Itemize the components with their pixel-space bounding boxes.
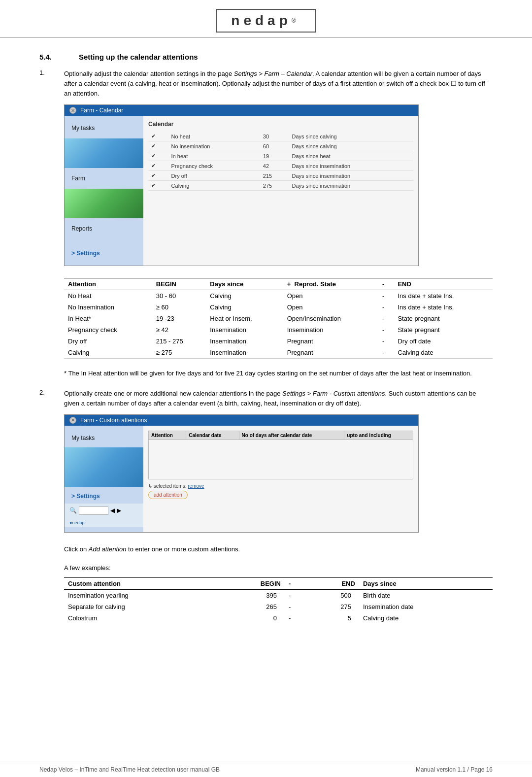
cell-reprod: Open	[283, 290, 378, 302]
calendar-label: Calendar	[148, 121, 413, 128]
cell-reprod: Pregnant	[283, 347, 378, 359]
sidebar-item-reports[interactable]: Reports	[65, 221, 143, 236]
cell-attention: Calving	[64, 347, 152, 359]
sidebar-item-settings[interactable]: > Settings	[65, 246, 143, 261]
add-attention-btn[interactable]: add attention	[148, 491, 188, 499]
screenshot2-titlebar: ✕ Farm - Custom attentions	[65, 415, 418, 426]
cell-days-since: Insemination	[206, 336, 283, 347]
cell-begin: 30 - 60	[152, 290, 206, 302]
ex-dash: -	[285, 612, 307, 624]
table-row: ✔ Dry off 215 Days since insemination	[148, 171, 413, 181]
screenshot2-box: ✕ Farm - Custom attentions My tasks > Se…	[64, 414, 419, 533]
footer: Nedap Velos – InTime and RealTime Heat d…	[0, 762, 532, 777]
close-button2[interactable]: ✕	[69, 417, 76, 424]
sidebar2-settings[interactable]: > Settings	[65, 489, 143, 504]
table-row: In Heat* 19 -23 Heat or Insem. Open/Inse…	[64, 313, 493, 324]
ex-begin: 395	[220, 589, 285, 601]
table-row: No Insemination ≥ 60 Calving Open - Ins …	[64, 302, 493, 313]
cal-days: 19	[260, 151, 289, 161]
cell-end: Dry off date	[394, 336, 493, 347]
close-button[interactable]: ✕	[69, 107, 76, 114]
ex-end: 275	[307, 601, 359, 612]
cell-dash: -	[378, 336, 394, 347]
sidebar-image-green	[65, 189, 143, 218]
company-tag: ●nedap	[69, 520, 84, 525]
nav-prev-icon[interactable]: ◀	[110, 507, 115, 514]
ex-attention: Colostrum	[64, 612, 220, 624]
sidebar-image-sky	[65, 138, 143, 168]
screenshot1-body: My tasks Farm Reports > Settings Calenda…	[65, 116, 418, 266]
cal-days: 42	[260, 161, 289, 171]
step1-number: 1.	[39, 69, 64, 99]
search-bar: 🔍 ◀ ▶	[65, 504, 143, 518]
click-note: Click on Add attention to enter one or m…	[64, 544, 493, 554]
sidebar-panel2: My tasks > Settings 🔍 ◀ ▶ ●ne	[65, 426, 143, 532]
remove-link[interactable]: remove	[188, 483, 204, 489]
sidebar-panel1: My tasks Farm Reports > Settings	[65, 116, 143, 266]
examples-table-section: Custom attention BEGIN - END Days since …	[64, 577, 493, 624]
click-note-italic: Add attention	[89, 545, 127, 553]
examples-header-row: Custom attention BEGIN - END Days since	[64, 577, 493, 589]
col-days-since: Days since	[206, 278, 283, 290]
cal-check: ✔	[148, 171, 168, 181]
step1-content: 1. Optionally adjust the calendar attent…	[39, 69, 493, 99]
custom-attentions-table: Attention Calendar date No of days after…	[148, 431, 413, 479]
cal-label: Calving	[168, 181, 260, 191]
screenshot2-wrapper: ✕ Farm - Custom attentions My tasks > Se…	[64, 414, 493, 533]
cell-reprod: Pregnant	[283, 336, 378, 347]
sidebar-item-mytasks[interactable]: My tasks	[65, 121, 143, 135]
step1-text: Optionally adjust the calendar attention…	[64, 69, 493, 99]
ex-attention: Separate for calving	[64, 601, 220, 612]
search-icon: 🔍	[69, 507, 77, 514]
cell-dash: -	[378, 290, 394, 302]
click-note-post: to enter one or more custom attentions.	[126, 545, 240, 553]
cal-days: 30	[260, 132, 289, 141]
content-panel2: Attention Calendar date No of days after…	[143, 426, 418, 532]
ex-days: Insemination date	[359, 601, 493, 612]
cell-begin: ≥ 60	[152, 302, 206, 313]
cal-label: Dry off	[168, 171, 260, 181]
calendar-table: ✔ No heat 30 Days since calving ✔ No ins…	[148, 132, 413, 191]
table-row: Dry off 215 - 275 Insemination Pregnant …	[64, 336, 493, 347]
col-reprod: + Reprod. State	[283, 278, 378, 290]
search-input[interactable]	[79, 507, 108, 515]
table-row: ✔ Pregnancy check 42 Days since insemina…	[148, 161, 413, 171]
cell-attention: No Heat	[64, 290, 152, 302]
sidebar2-image	[65, 447, 143, 487]
cell-end: Ins date + state Ins.	[394, 302, 493, 313]
step2-text: Optionally create one or more additional…	[64, 389, 493, 408]
ex-end: 5	[307, 612, 359, 624]
screenshot1-titlebar: ✕ Farm - Calendar	[65, 105, 418, 116]
sidebar2-mytasks[interactable]: My tasks	[65, 431, 143, 445]
ex-row: Insemination yearling 395 - 500 Birth da…	[64, 589, 493, 601]
ex-col-days: Days since	[359, 577, 493, 589]
ex-end: 500	[307, 589, 359, 601]
section-number: 5.4.	[39, 53, 64, 61]
ex-begin: 0	[220, 612, 285, 624]
table-row: ✔ No insemination 60 Days since calving	[148, 141, 413, 151]
screenshot1-wrapper: ✕ Farm - Calendar My tasks Farm Reports …	[64, 104, 493, 266]
table-row: Calving ≥ 275 Insemination Pregnant - Ca…	[64, 347, 493, 359]
cell-end: Ins date + state Ins.	[394, 290, 493, 302]
ex-dash: -	[285, 601, 307, 612]
cell-days-since: Calving	[206, 302, 283, 313]
nav-next-icon[interactable]: ▶	[117, 507, 121, 514]
ex-days: Calving date	[359, 612, 493, 624]
cell-days-since: Calving	[206, 290, 283, 302]
data-table-section: Attention BEGIN Days since + Reprod. Sta…	[64, 278, 493, 359]
section-title: Setting up the calendar attentions	[79, 53, 198, 61]
cell-begin: 215 - 275	[152, 336, 206, 347]
cell-end: Calving date	[394, 347, 493, 359]
examples-table: Custom attention BEGIN - END Days since …	[64, 577, 493, 624]
step1-block: 1. Optionally adjust the calendar attent…	[39, 69, 493, 266]
section-heading: 5.4. Setting up the calendar attentions	[39, 53, 493, 61]
cal-days: 60	[260, 141, 289, 151]
table-row: Pregnancy check ≥ 42 Insemination Insemi…	[64, 324, 493, 336]
step2-text-pre: Optionally create one or more additional…	[64, 390, 282, 397]
ex-col-end: END	[307, 577, 359, 589]
screenshot1-box: ✕ Farm - Calendar My tasks Farm Reports …	[64, 104, 419, 266]
cal-check: ✔	[148, 161, 168, 171]
cell-reprod: Open	[283, 302, 378, 313]
cell-begin: ≥ 275	[152, 347, 206, 359]
sidebar-item-farm[interactable]: Farm	[65, 171, 143, 186]
